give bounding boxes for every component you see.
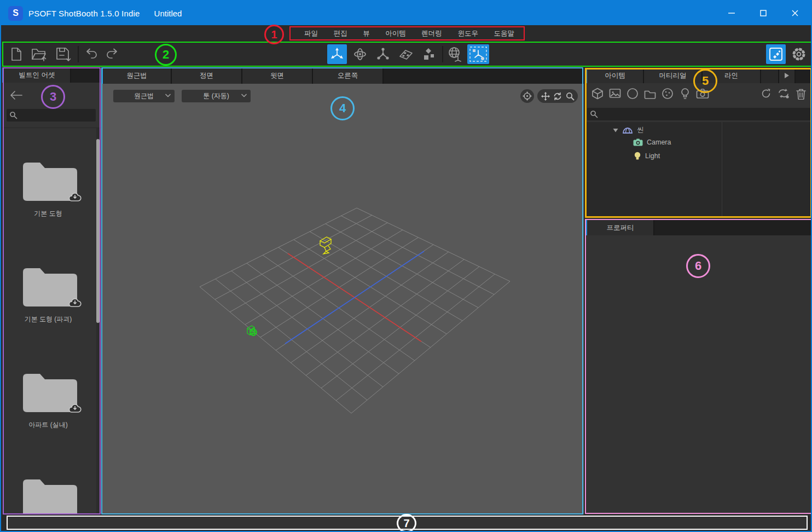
asset-search[interactable] — [7, 109, 96, 122]
tab-perspective[interactable]: 원근법 — [101, 67, 172, 84]
viewport-panel[interactable]: 원근법 정면 윗면 오른쪽 — [101, 67, 584, 514]
delete-button[interactable] — [792, 88, 810, 100]
open-file-button[interactable] — [30, 44, 49, 64]
tree-row-camera[interactable]: Camera — [633, 138, 671, 146]
camera-select-dropdown[interactable]: 원근법 — [113, 90, 175, 102]
tab-line-label: 라인 — [724, 71, 738, 80]
close-button[interactable] — [779, 1, 811, 25]
new-file-button[interactable] — [7, 44, 26, 64]
asset-search-input[interactable] — [18, 111, 91, 120]
cloud-download-icon — [68, 403, 82, 414]
document-title: Untitled — [154, 9, 182, 18]
menu-rendering[interactable]: 렌더링 — [421, 29, 442, 38]
menu-window[interactable]: 윈도우 — [457, 29, 478, 38]
window-controls — [716, 1, 811, 25]
tab-top-label: 윗면 — [270, 71, 284, 80]
tab-right[interactable]: 오른쪽 — [313, 67, 384, 84]
snap-tool-button[interactable] — [396, 44, 416, 64]
search-icon — [590, 110, 598, 118]
app-logo-icon: S — [8, 6, 23, 21]
triangle-right-icon — [784, 72, 790, 79]
render-view-icon — [769, 47, 783, 61]
add-environment-button[interactable] — [659, 88, 676, 100]
selection-gizmo-icon — [469, 46, 488, 62]
world-gizmo-button[interactable] — [445, 44, 465, 64]
asset-label: 기본 도형 (파괴) — [2, 315, 94, 324]
add-mesh-button[interactable] — [589, 88, 606, 100]
tree-column-divider[interactable] — [722, 122, 722, 217]
undo-button[interactable] — [81, 44, 101, 64]
settings-button[interactable] — [789, 44, 809, 64]
minimize-icon — [727, 9, 736, 18]
scene-camera-object[interactable] — [320, 237, 331, 254]
tab-properties[interactable]: 프로퍼티 — [585, 220, 654, 235]
asset-item-basic-shapes[interactable]: 기본 도형 — [2, 158, 94, 218]
tab-top[interactable]: 윗면 — [242, 67, 313, 84]
align-tool-button[interactable] — [419, 44, 439, 64]
rotate-tool-button[interactable] — [350, 44, 370, 64]
scene-light-object[interactable] — [247, 326, 257, 336]
menu-file[interactable]: 파일 — [304, 29, 318, 38]
focus-target-button[interactable] — [520, 89, 534, 103]
add-sphere-button[interactable] — [624, 88, 641, 100]
replace-button[interactable] — [775, 88, 792, 99]
rotate-tool-icon — [353, 47, 367, 61]
item-panel-tabstrip: 아이템 머티리얼 라인 — [585, 68, 812, 83]
app-title: PSOFT ShotBooth 1.5.0 Indie — [28, 9, 140, 18]
tab-item[interactable]: 아이템 — [585, 68, 644, 83]
menu-item[interactable]: 아이템 — [385, 29, 406, 38]
asset-item-basic-shapes-destruction[interactable]: 기본 도형 (파괴) — [2, 263, 94, 324]
selection-gizmo-button[interactable] — [467, 44, 489, 64]
more-tabs-button[interactable] — [779, 68, 796, 83]
new-file-icon — [9, 47, 24, 62]
add-group-button[interactable] — [641, 89, 659, 99]
scale-tool-button[interactable] — [373, 44, 393, 64]
asset-label: 기본 도형 — [2, 209, 94, 218]
pan-icon[interactable] — [541, 92, 550, 101]
save-file-button[interactable] — [54, 44, 73, 64]
application-window: S PSOFT ShotBooth 1.5.0 Indie Untitled 파… — [0, 0, 812, 532]
move-tool-button[interactable] — [327, 44, 347, 64]
reload-button[interactable] — [757, 88, 775, 99]
close-icon — [791, 9, 799, 18]
shading-select-dropdown[interactable]: 툰 (자동) — [182, 90, 251, 102]
triangle-down-icon[interactable] — [613, 128, 618, 132]
minimize-button[interactable] — [716, 1, 747, 25]
back-button[interactable] — [9, 88, 25, 102]
tree-row-light[interactable]: Light — [634, 152, 660, 160]
asset-scrollbar-thumb[interactable] — [96, 139, 100, 323]
tab-line[interactable]: 라인 — [703, 68, 761, 83]
add-light-button[interactable] — [676, 88, 694, 100]
camera-select-value: 원근법 — [134, 91, 154, 101]
scene-3d-grid[interactable] — [101, 84, 584, 514]
open-file-icon — [31, 47, 48, 62]
item-search[interactable] — [587, 108, 810, 120]
viewport-tabstrip: 원근법 정면 윗면 오른쪽 — [101, 67, 584, 84]
item-create-toolbar — [585, 83, 812, 104]
menu-help[interactable]: 도움말 — [494, 29, 514, 38]
orbit-refresh-icon[interactable] — [553, 92, 562, 101]
tab-material[interactable]: 머티리얼 — [644, 68, 703, 83]
asset-item-apartment-interior[interactable]: 아파트 (실내) — [2, 369, 94, 430]
render-view-button[interactable] — [766, 44, 786, 64]
menu-edit[interactable]: 편집 — [334, 29, 347, 38]
item-search-input[interactable] — [598, 110, 786, 119]
maximize-button[interactable] — [747, 1, 779, 25]
tab-built-in-assets-label: 빌트인 어셋 — [19, 71, 55, 80]
tab-front-label: 정면 — [200, 71, 213, 80]
menu-view[interactable]: 뷰 — [363, 29, 370, 38]
light-bulb-icon — [680, 88, 690, 100]
image-icon — [609, 88, 621, 99]
snap-tool-icon — [398, 47, 414, 61]
asset-item-partial[interactable] — [2, 475, 94, 514]
tab-built-in-assets[interactable]: 빌트인 어셋 — [2, 67, 71, 83]
tab-front[interactable]: 정면 — [172, 67, 242, 84]
add-image-button[interactable] — [606, 88, 624, 99]
zoom-icon[interactable] — [566, 92, 575, 101]
status-bar — [7, 516, 808, 530]
item-panel: 아이템 머티리얼 라인 — [585, 68, 812, 218]
tree-row-scene[interactable]: 씬 — [613, 125, 644, 135]
add-camera-button[interactable] — [694, 88, 711, 99]
redo-button[interactable] — [103, 44, 123, 64]
refresh-icon — [761, 88, 772, 99]
